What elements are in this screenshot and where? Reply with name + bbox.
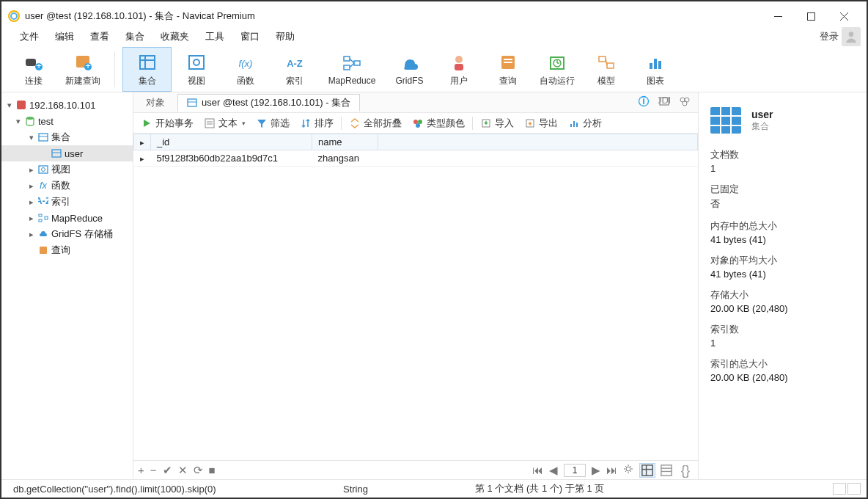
expand-icon[interactable]: ▸ (26, 214, 37, 223)
close-button[interactable] (828, 6, 861, 26)
menu-edit[interactable]: 编辑 (47, 27, 82, 46)
tab-user-collection[interactable]: user @test (192.168.10.101) - 集合 (177, 94, 360, 112)
menu-help[interactable]: 帮助 (268, 27, 303, 46)
ddl-icon[interactable]: DDL (658, 95, 670, 109)
collapse-icon[interactable]: ▾ (13, 117, 23, 126)
svg-rect-40 (17, 101, 26, 109)
tree-item-user[interactable]: user (1, 145, 133, 161)
column-header-id[interactable]: _id (151, 134, 312, 150)
collection-icon (709, 106, 743, 135)
user-avatar[interactable] (842, 27, 861, 46)
menu-tools[interactable]: 工具 (197, 27, 232, 46)
text-view-button[interactable]: 文本 (201, 116, 249, 131)
sort-button[interactable]: 排序 (297, 116, 336, 131)
refresh-circles-icon[interactable] (679, 95, 691, 109)
main-toolbar: +连接 +新建查询 集合 视图 f(x)函数 A-Z索引 MapReduce G… (1, 47, 867, 92)
toolbar-charts[interactable]: 图表 (630, 47, 680, 92)
row-selector-header (134, 134, 151, 150)
svg-text:A-Z: A-Z (38, 197, 48, 206)
tree-functions-folder[interactable]: ▸fx函数 (1, 178, 133, 194)
delete-record-button[interactable]: − (150, 464, 157, 476)
expand-icon[interactable]: ▸ (26, 165, 37, 175)
page-input[interactable] (564, 464, 586, 477)
data-grid: _id name 5f9128f3b60db22aa1b9d7c1 zhangs… (133, 134, 698, 460)
toolbar-users[interactable]: 用户 (434, 47, 483, 92)
status-bar: db.getCollection("user").find().limit(10… (1, 479, 867, 498)
expand-icon[interactable]: ▸ (26, 197, 37, 207)
svg-marker-63 (144, 120, 150, 127)
svg-rect-21 (344, 65, 350, 70)
tree-indexes-folder[interactable]: ▸A-Z索引 (1, 194, 133, 210)
analyze-button[interactable]: 分析 (565, 116, 605, 131)
login-link[interactable]: 登录 (820, 30, 842, 43)
stop-button[interactable]: ■ (209, 464, 216, 476)
prev-page-button[interactable]: ◀ (549, 464, 558, 477)
refresh-button[interactable]: ⟳ (194, 464, 203, 477)
panel-toggle-left[interactable] (833, 483, 846, 495)
toolbar-views[interactable]: 视图 (172, 47, 221, 92)
last-page-button[interactable]: ⏭ (606, 464, 617, 476)
settings-icon[interactable] (623, 464, 633, 476)
first-page-button[interactable]: ⏮ (532, 464, 543, 476)
add-record-button[interactable]: + (138, 464, 144, 476)
toolbar-model[interactable]: 模型 (581, 47, 630, 92)
toolbar-connect[interactable]: +连接 (9, 47, 58, 92)
toolbar-collections[interactable]: 集合 (122, 47, 172, 92)
expand-icon[interactable]: ▸ (26, 181, 37, 191)
svg-rect-51 (39, 219, 42, 222)
menu-view[interactable]: 查看 (82, 27, 117, 46)
toolbar-gridfs[interactable]: GridFS (385, 47, 434, 92)
tree-views-folder[interactable]: ▸视图 (1, 161, 133, 178)
info-icon[interactable]: i (638, 95, 650, 109)
cancel-button[interactable]: ✕ (178, 464, 188, 477)
minimize-button[interactable] (762, 6, 795, 26)
cell-id[interactable]: 5f9128f3b60db22aa1b9d7c1 (151, 150, 312, 167)
table-row[interactable]: 5f9128f3b60db22aa1b9d7c1 zhangsan (134, 150, 698, 167)
svg-rect-42 (39, 134, 48, 141)
tree-view-button[interactable] (658, 463, 674, 478)
tree-queries-folder[interactable]: 查询 (1, 242, 133, 258)
toolbar-functions[interactable]: f(x)函数 (221, 47, 270, 92)
toolbar-mapreduce[interactable]: MapReduce (319, 47, 385, 92)
import-button[interactable]: 导入 (477, 116, 517, 131)
svg-point-1 (11, 13, 17, 19)
tree-mapreduce-folder[interactable]: ▸MapReduce (1, 210, 133, 226)
start-transaction-button[interactable]: 开始事务 (138, 116, 196, 131)
next-page-button[interactable]: ▶ (592, 464, 600, 477)
tree-connection[interactable]: ▾192.168.10.101 (1, 97, 133, 113)
tree-gridfs-folder[interactable]: ▸GridFS 存储桶 (1, 226, 133, 242)
export-button[interactable]: 导出 (521, 116, 561, 131)
menu-file[interactable]: 文件 (12, 27, 47, 46)
svg-text:i: i (642, 95, 645, 106)
toolbar-query[interactable]: 查询 (483, 47, 532, 92)
menu-favorites[interactable]: 收藏夹 (152, 27, 197, 46)
center-panel: 对象 user @test (192.168.10.101) - 集合 i DD… (133, 92, 698, 479)
svg-rect-26 (455, 64, 463, 70)
tab-objects[interactable]: 对象 (136, 94, 174, 112)
collapse-icon[interactable]: ▾ (26, 133, 37, 142)
toolbar-new-query[interactable]: +新建查询 (58, 47, 107, 92)
grid-view-button[interactable] (639, 463, 655, 478)
svg-rect-37 (650, 63, 652, 69)
collapse-icon[interactable]: ▾ (4, 101, 15, 110)
filter-button[interactable]: 筛选 (253, 116, 293, 131)
svg-rect-34 (599, 57, 606, 62)
type-color-button[interactable]: 类型颜色 (409, 116, 468, 131)
expand-icon[interactable]: ▸ (26, 230, 37, 239)
svg-line-36 (606, 59, 607, 65)
column-header-name[interactable]: name (312, 134, 378, 150)
menu-window[interactable]: 窗口 (232, 27, 268, 46)
json-view-button[interactable]: {} (677, 463, 694, 478)
menu-collection[interactable]: 集合 (117, 27, 152, 46)
tree-database[interactable]: ▾test (1, 113, 133, 129)
cell-name[interactable]: zhangsan (312, 150, 378, 167)
commit-button[interactable]: ✔ (163, 464, 172, 477)
status-query: db.getCollection("user").find().limit(10… (7, 484, 337, 495)
collapse-all-button[interactable]: 全部折叠 (346, 116, 405, 131)
toolbar-schedule[interactable]: 自动运行 (532, 47, 581, 92)
toolbar-indexes[interactable]: A-Z索引 (270, 47, 319, 92)
maximize-button[interactable] (795, 6, 828, 26)
panel-toggle-right[interactable] (847, 483, 861, 495)
info-properties: 文档数1 已固定否 内存中的总大小41 bytes (41) 对象的平均大小41… (699, 142, 867, 396)
tree-collections-folder[interactable]: ▾集合 (1, 129, 133, 145)
